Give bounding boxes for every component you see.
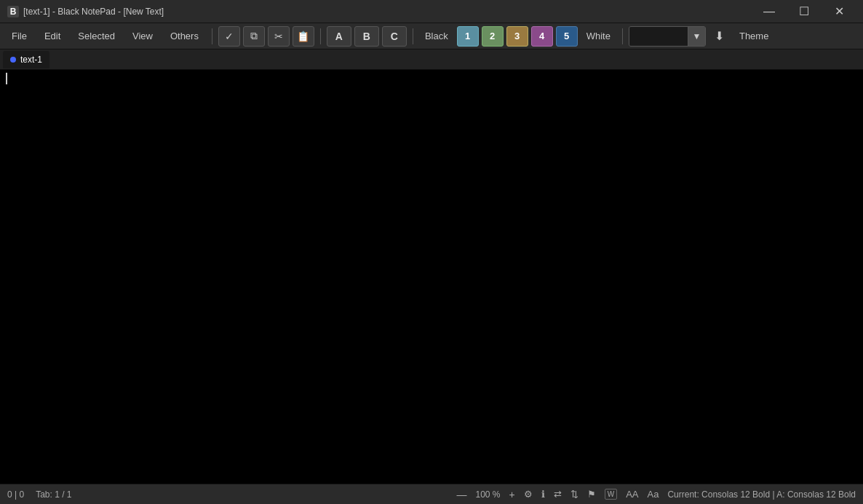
- separator-4: [622, 28, 623, 44]
- check-button[interactable]: ✓: [218, 26, 240, 47]
- theme-arrow-button[interactable]: ▼: [688, 26, 705, 47]
- letter-c-button[interactable]: C: [382, 26, 407, 47]
- cursor-position: 0 | 0: [7, 489, 24, 500]
- titlebar: B [text-1] - Black NotePad - [New Text] …: [0, 0, 863, 23]
- settings-icon[interactable]: ⚙: [524, 489, 533, 500]
- white-label: White: [581, 28, 616, 44]
- num-button-3[interactable]: 3: [506, 26, 528, 47]
- black-label: Black: [419, 28, 454, 44]
- cursor-line: [6, 73, 857, 84]
- tabbar: text-1: [0, 49, 863, 70]
- num-button-4[interactable]: 4: [531, 26, 553, 47]
- statusbar-right: — 100 % + ⚙ ℹ ⇄ ⇅ ⚑ W AA Aa Current: Con…: [456, 489, 856, 500]
- minimize-button[interactable]: —: [752, 0, 786, 23]
- font-info: Current: Consolas 12 Bold | A: Consolas …: [667, 489, 856, 500]
- zoom-level: 100 %: [475, 489, 500, 500]
- window-controls: — ☐ ✕: [752, 0, 856, 23]
- theme-label: Theme: [733, 28, 774, 44]
- num-button-2[interactable]: 2: [482, 26, 504, 47]
- theme-color-preview: [629, 26, 688, 47]
- menubar: File Edit Selected View Others ✓ ⧉ ✂ 📋 A…: [0, 23, 863, 49]
- letter-a-button[interactable]: A: [327, 26, 351, 47]
- sort-icon[interactable]: ⇅: [570, 489, 578, 500]
- statusbar: 0 | 0 Tab: 1 / 1 — 100 % + ⚙ ℹ ⇄ ⇅ ⚑ W A…: [0, 484, 863, 504]
- tab-label: text-1: [20, 55, 42, 65]
- menu-selected[interactable]: Selected: [71, 28, 122, 44]
- text-cursor: [6, 73, 7, 84]
- app-icon: B: [7, 6, 19, 17]
- find-replace-icon[interactable]: ⇄: [554, 489, 562, 500]
- num-button-1[interactable]: 1: [457, 26, 479, 47]
- menu-view[interactable]: View: [125, 28, 160, 44]
- font-icon[interactable]: Aa: [647, 489, 659, 500]
- menu-others[interactable]: Others: [163, 28, 206, 44]
- download-button[interactable]: ⬇: [709, 26, 731, 47]
- zoom-plus[interactable]: +: [509, 489, 515, 500]
- flag-icon[interactable]: ⚑: [587, 489, 596, 500]
- paste-button[interactable]: 📋: [293, 26, 314, 47]
- maximize-button[interactable]: ☐: [787, 0, 821, 23]
- separator-2: [320, 28, 321, 44]
- window-title: [text-1] - Black NotePad - [New Text]: [23, 7, 752, 17]
- zoom-minus[interactable]: —: [456, 489, 466, 500]
- tab-info: Tab: 1 / 1: [36, 489, 71, 500]
- copy-style-button[interactable]: ⧉: [243, 26, 265, 47]
- menu-edit[interactable]: Edit: [37, 28, 68, 44]
- tab-text1[interactable]: text-1: [3, 51, 49, 68]
- menu-file[interactable]: File: [4, 28, 34, 44]
- letter-b-button[interactable]: B: [354, 26, 379, 47]
- separator-3: [413, 28, 413, 44]
- word-count-icon[interactable]: W: [605, 489, 617, 500]
- info-icon[interactable]: ℹ: [541, 489, 545, 500]
- tab-indicator: [10, 57, 16, 63]
- font-size-icon[interactable]: AA: [626, 489, 638, 500]
- close-button[interactable]: ✕: [822, 0, 856, 23]
- theme-color-dropdown[interactable]: ▼: [629, 26, 706, 47]
- num-button-5[interactable]: 5: [556, 26, 578, 47]
- cut-button[interactable]: ✂: [268, 26, 290, 47]
- editor-area[interactable]: [0, 70, 863, 484]
- separator-1: [212, 28, 212, 44]
